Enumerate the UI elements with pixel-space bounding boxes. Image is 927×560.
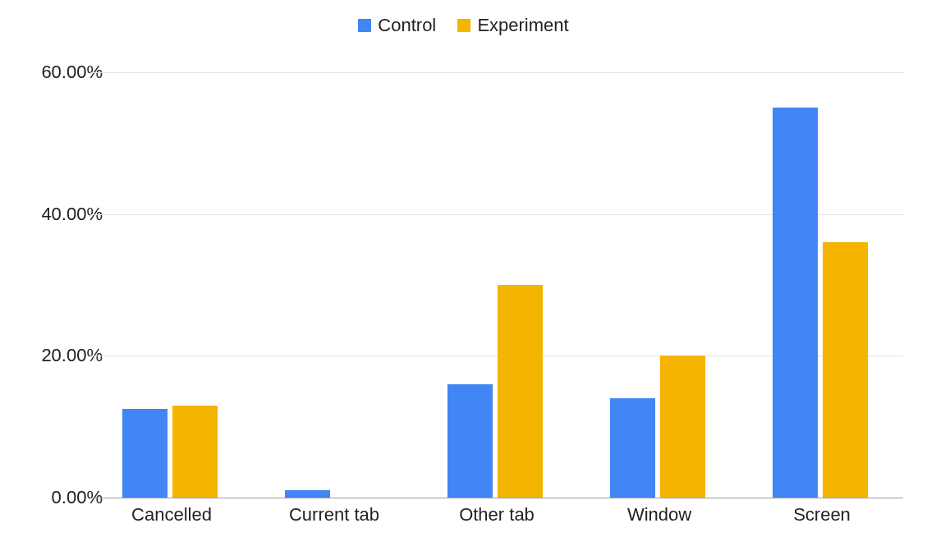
- legend-label-experiment: Experiment: [477, 15, 568, 36]
- chart-container: Control Experiment 0.00% 20.00% 40.00% 6…: [0, 0, 927, 560]
- group-window: Window: [578, 72, 741, 498]
- legend-swatch-control: [358, 19, 371, 32]
- plot-area: Cancelled Current tab Other tab Window S…: [90, 72, 903, 498]
- bar-window-experiment: [660, 356, 705, 498]
- x-tick-label-window: Window: [578, 504, 741, 526]
- bar-cancelled-experiment: [172, 406, 218, 498]
- x-tick-label-screen: Screen: [741, 504, 903, 526]
- x-tick-label-cancelled: Cancelled: [90, 504, 253, 526]
- bar-other-tab-experiment: [498, 285, 543, 498]
- bar-screen-control: [773, 108, 818, 498]
- bar-window-control: [610, 398, 655, 498]
- legend-swatch-experiment: [457, 19, 470, 32]
- bar-screen-experiment: [823, 242, 868, 498]
- bar-other-tab-control: [447, 384, 493, 498]
- legend-item-experiment: Experiment: [457, 15, 568, 36]
- group-other-tab: Other tab: [415, 72, 578, 498]
- group-current-tab: Current tab: [253, 72, 415, 498]
- legend-label-control: Control: [378, 15, 436, 36]
- group-screen: Screen: [741, 72, 903, 498]
- x-tick-label-current-tab: Current tab: [253, 504, 415, 526]
- bar-cancelled-control: [122, 409, 168, 498]
- legend-item-control: Control: [358, 15, 436, 36]
- bar-current-tab-control: [285, 490, 330, 498]
- group-cancelled: Cancelled: [90, 72, 253, 498]
- x-tick-label-other-tab: Other tab: [415, 504, 578, 526]
- legend: Control Experiment: [0, 15, 927, 37]
